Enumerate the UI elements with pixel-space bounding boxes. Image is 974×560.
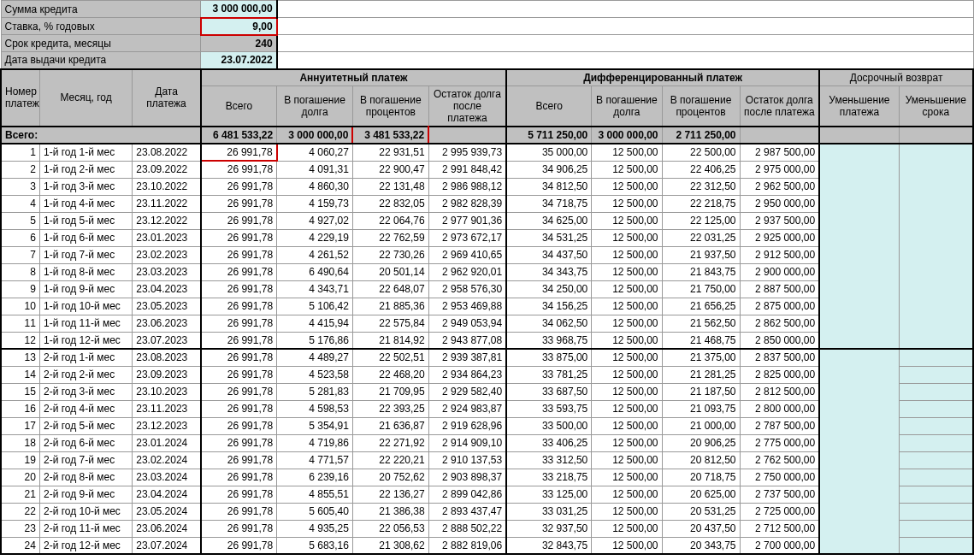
cell-d-principal: 12 500,00 [592, 503, 662, 520]
cell-early-term[interactable] [899, 486, 973, 503]
cell-a-balance: 2 982 828,39 [428, 195, 506, 212]
tot-d-interest: 2 711 250,00 [662, 127, 740, 144]
cell-index: 11 [1, 315, 39, 332]
cell-d-balance: 2 862 500,00 [740, 315, 819, 332]
cell-date: 23.08.2022 [133, 144, 201, 161]
cell-d-balance: 2 925 000,00 [740, 229, 819, 246]
hdr-early-group: Досрочный возврат [819, 69, 973, 86]
cell-date: 23.07.2024 [133, 537, 201, 554]
cell-d-balance: 2 712 500,00 [740, 520, 819, 537]
cell-a-total: 26 991,78 [201, 144, 277, 161]
cell-a-principal: 5 281,83 [277, 383, 353, 400]
cell-month: 2-й год 9-й мес [39, 486, 132, 503]
hdr-d-principal: В погашение долга [592, 86, 662, 127]
cell-a-balance: 2 986 988,12 [428, 178, 506, 195]
cell-d-balance: 2 900 000,00 [740, 263, 819, 280]
cell-d-principal: 12 500,00 [592, 366, 662, 383]
cell-d-principal: 12 500,00 [592, 417, 662, 434]
cell-early-term[interactable] [899, 503, 973, 520]
cell-d-total: 34 343,75 [506, 263, 592, 280]
cell-d-balance: 2 750 000,00 [740, 469, 819, 486]
cell-a-balance: 2 893 437,47 [428, 503, 506, 520]
cell-early-term[interactable] [899, 469, 973, 486]
cell-a-balance: 2 899 042,86 [428, 486, 506, 503]
cell-date: 23.03.2023 [133, 263, 201, 280]
cell-month: 1-й год 11-й мес [39, 315, 132, 332]
param-amount-row: Сумма кредита 3 000 000,00 [1, 1, 973, 18]
cell-early-term[interactable] [899, 520, 973, 537]
cell-early-payment[interactable] [819, 144, 899, 349]
cell-d-total: 33 125,00 [506, 486, 592, 503]
cell-month: 2-й год 10-й мес [39, 503, 132, 520]
tot-d-principal: 3 000 000,00 [592, 127, 662, 144]
cell-a-principal: 4 229,19 [277, 229, 353, 246]
cell-d-interest: 20 531,25 [662, 503, 740, 520]
cell-index: 10 [1, 298, 39, 315]
param-amount-value[interactable]: 3 000 000,00 [201, 1, 277, 18]
cell-a-balance: 2 929 582,40 [428, 383, 506, 400]
cell-d-total: 34 625,00 [506, 212, 592, 229]
cell-d-interest: 21 656,25 [662, 298, 740, 315]
cell-a-interest: 22 832,05 [352, 195, 428, 212]
cell-early-term[interactable] [899, 434, 973, 451]
cell-index: 7 [1, 246, 39, 263]
cell-date: 23.12.2023 [133, 417, 201, 434]
cell-early-term[interactable] [899, 383, 973, 400]
cell-d-principal: 12 500,00 [592, 451, 662, 469]
cell-d-interest: 20 343,75 [662, 537, 740, 554]
cell-date: 23.02.2024 [133, 451, 201, 469]
cell-a-balance: 2 995 939,73 [428, 144, 506, 161]
cell-early-term[interactable] [899, 451, 973, 469]
cell-a-interest: 22 762,59 [352, 229, 428, 246]
cell-a-total: 26 991,78 [201, 366, 277, 383]
cell-early-term[interactable] [899, 400, 973, 417]
cell-early-term[interactable] [899, 144, 973, 349]
param-term-value[interactable]: 240 [201, 35, 277, 52]
cell-a-balance: 2 924 983,87 [428, 400, 506, 417]
cell-month: 2-й год 1-й мес [39, 349, 132, 366]
cell-a-principal: 4 771,57 [277, 451, 353, 469]
cell-d-interest: 21 750,00 [662, 280, 740, 298]
cell-a-principal: 5 176,86 [277, 332, 353, 349]
param-date-value[interactable]: 23.07.2022 [201, 52, 277, 69]
cell-a-interest: 22 064,76 [352, 212, 428, 229]
cell-d-total: 34 531,25 [506, 229, 592, 246]
cell-a-interest: 22 502,51 [352, 349, 428, 366]
cell-early-term[interactable] [899, 366, 973, 383]
cell-d-total: 34 156,25 [506, 298, 592, 315]
cell-a-principal: 5 605,40 [277, 503, 353, 520]
header-group-row: Номер платежа Месяц, год Дата платежа Ан… [1, 69, 973, 86]
cell-a-total: 26 991,78 [201, 263, 277, 280]
cell-index: 6 [1, 229, 39, 246]
tot-d-total: 5 711 250,00 [506, 127, 592, 144]
param-date-row: Дата выдачи кредита 23.07.2022 [1, 52, 973, 69]
cell-early-payment[interactable] [819, 349, 899, 554]
cell-d-interest: 22 125,00 [662, 212, 740, 229]
cell-a-balance: 2 903 898,37 [428, 469, 506, 486]
cell-d-interest: 21 281,25 [662, 366, 740, 383]
param-rate-value[interactable]: 9,00 [201, 18, 277, 35]
cell-d-balance: 2 700 000,00 [740, 537, 819, 554]
cell-d-balance: 2 787 500,00 [740, 417, 819, 434]
hdr-a-total: Всего [201, 86, 277, 127]
cell-early-term[interactable] [899, 537, 973, 554]
cell-a-balance: 2 914 909,10 [428, 434, 506, 451]
cell-index: 1 [1, 144, 39, 161]
cell-a-balance: 2 934 864,23 [428, 366, 506, 383]
cell-d-interest: 20 718,75 [662, 469, 740, 486]
cell-a-interest: 22 220,21 [352, 451, 428, 469]
param-term-label: Срок кредита, месяцы [1, 35, 201, 52]
cell-d-interest: 21 937,50 [662, 246, 740, 263]
cell-early-term[interactable] [899, 349, 973, 366]
cell-index: 12 [1, 332, 39, 349]
cell-a-interest: 21 386,38 [352, 503, 428, 520]
cell-index: 4 [1, 195, 39, 212]
cell-d-total: 34 437,50 [506, 246, 592, 263]
cell-a-balance: 2 991 848,42 [428, 161, 506, 178]
cell-month: 2-й год 5-й мес [39, 417, 132, 434]
cell-early-term[interactable] [899, 417, 973, 434]
cell-a-interest: 21 814,92 [352, 332, 428, 349]
cell-d-interest: 21 093,75 [662, 400, 740, 417]
cell-d-balance: 2 950 000,00 [740, 195, 819, 212]
cell-d-interest: 22 031,25 [662, 229, 740, 246]
